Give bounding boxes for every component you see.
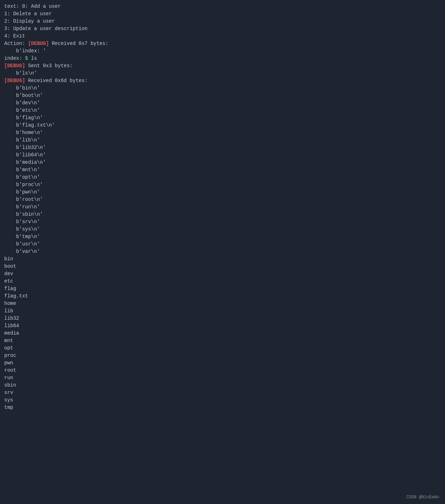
line-8: [DEBUG] Sent 0x3 bytes: [4, 62, 441, 70]
line-38: flag [4, 285, 441, 292]
received-suffix-2: Received 0x6d bytes: [25, 78, 87, 83]
line-24: b'proc\n' [4, 181, 441, 189]
index-prefix: index: [4, 56, 25, 61]
line-26: b'root\n' [4, 196, 441, 203]
line-18: b'lib\n' [4, 137, 441, 144]
line-9: b'ls\n' [4, 70, 441, 77]
line-40: home [4, 300, 441, 307]
received-suffix-1: Received 0x7 bytes: [49, 41, 108, 46]
line-54: tmp [4, 404, 441, 411]
debug-tag-1: [DEBUG] [28, 41, 49, 46]
line-19: b'lib32\n' [4, 144, 441, 151]
ls-cmd: ls [28, 56, 37, 61]
line-25: b'pwn\n' [4, 189, 441, 196]
line-50: run [4, 374, 441, 382]
line-12: b'boot\n' [4, 92, 441, 99]
line-36: dev [4, 270, 441, 278]
line-10: [DEBUG] Received 0x6d bytes: [4, 77, 441, 85]
line-23: b'opt\n' [4, 174, 441, 181]
debug-tag-3: [DEBUG] [4, 78, 25, 83]
line-39: flag.txt [4, 292, 441, 300]
line-41: lib [4, 307, 441, 315]
line-11: b'bin\n' [4, 85, 441, 92]
terminal-output: text: 0: Add a user 1: Delete a user 2: … [4, 3, 441, 504]
line-44: media [4, 330, 441, 337]
line-33: b'var\n' [4, 248, 441, 255]
line-3: 3: Update a user description [4, 25, 441, 33]
line-0: text: 0: Add a user [4, 3, 441, 10]
line-14: b'etc\n' [4, 107, 441, 114]
line-52: srv [4, 389, 441, 396]
line-37: etc [4, 278, 441, 285]
line-2: 2: Display a user [4, 18, 441, 25]
prompt-dollar: $ [25, 56, 28, 61]
line-16: b'flag.txt\n' [4, 122, 441, 129]
line-42: lib32 [4, 315, 441, 322]
debug-tag-2: [DEBUG] [4, 63, 25, 69]
line-46: opt [4, 344, 441, 352]
line-22: b'mnt\n' [4, 166, 441, 174]
line-5: Action: [DEBUG] Received 0x7 bytes: [4, 40, 441, 47]
line-20: b'lib64\n' [4, 151, 441, 159]
line-29: b'srv\n' [4, 218, 441, 226]
line-27: b'run\n' [4, 203, 441, 211]
line-6: b'index: ' [4, 47, 441, 55]
line-31: b'tmp\n' [4, 233, 441, 241]
line-34: bin [4, 255, 441, 263]
line-48: pwn [4, 359, 441, 367]
line-1: 1: Delete a user [4, 10, 441, 18]
line-15: b'flag\n' [4, 114, 441, 122]
line-32: b'usr\n' [4, 241, 441, 248]
line-47: proc [4, 352, 441, 359]
action-prefix: Action: [4, 41, 28, 46]
sent-suffix: Sent 0x3 bytes: [25, 63, 73, 69]
line-35: boot [4, 263, 441, 270]
line-7: index: $ ls [4, 55, 441, 62]
line-30: b'sys\n' [4, 226, 441, 233]
line-49: root [4, 367, 441, 374]
line-51: sbin [4, 382, 441, 389]
line-13: b'dev\n' [4, 99, 441, 107]
line-28: b'sbin\n' [4, 211, 441, 218]
watermark: CSDN @N1nEmAn [406, 494, 439, 500]
line-53: sys [4, 396, 441, 404]
line-43: lib64 [4, 322, 441, 330]
line-21: b'media\n' [4, 159, 441, 166]
line-45: mnt [4, 337, 441, 344]
line-4: 4: Exit [4, 33, 441, 40]
line-17: b'home\n' [4, 129, 441, 137]
